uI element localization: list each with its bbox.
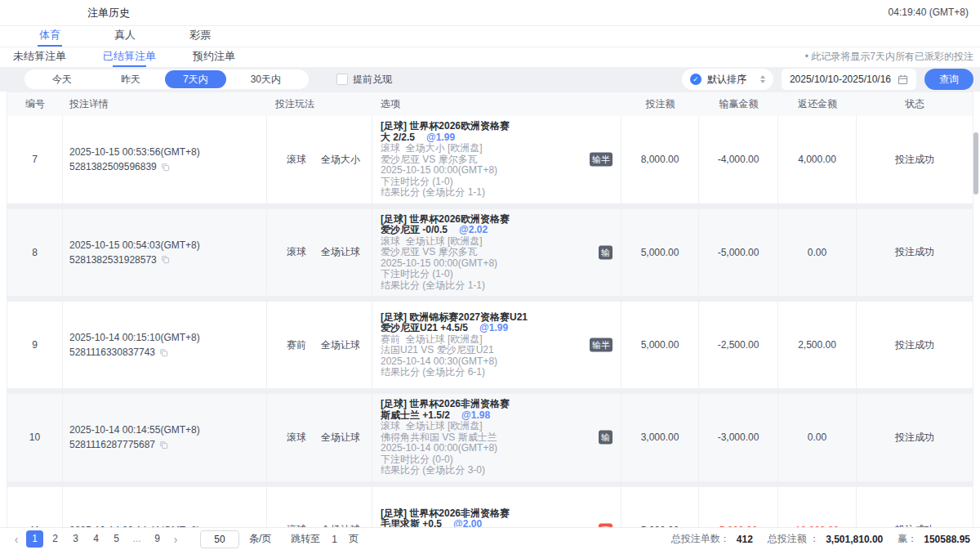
- pick-selection: 爱沙尼亚 -0/0.5: [381, 224, 448, 235]
- play-type: 滚球: [287, 153, 306, 167]
- date-range-value: 2025/10/10-2025/10/16: [790, 74, 891, 85]
- bet-order: 5281382509596839: [69, 159, 266, 174]
- option-details: 滚球 全场让球 [欧洲盘]爱沙尼亚 VS 摩尔多瓦2025-10-15 00:0…: [381, 236, 621, 292]
- play-name: 全场让球: [321, 338, 360, 352]
- col-header-play: 投注玩法: [267, 97, 372, 111]
- stake-amount: 5,000.00: [621, 209, 699, 297]
- next-page-button[interactable]: ›: [169, 533, 182, 546]
- play-type: 滚球: [287, 245, 306, 259]
- league-name: [足球] 欧洲锦标赛2027资格赛U21: [381, 312, 621, 324]
- tab-真人[interactable]: 真人: [114, 28, 136, 47]
- page-button-9[interactable]: 9: [149, 530, 166, 548]
- col-header-option: 选项: [372, 97, 621, 111]
- col-header-details: 投注详情: [63, 97, 267, 111]
- page-button-2[interactable]: 2: [47, 530, 64, 548]
- vertical-scrollbar[interactable]: [973, 132, 978, 195]
- returned-amount: 0.00: [778, 209, 857, 297]
- totals-summary: 总投注单数： 412 总投注额 ： 3,501,810.00 赢： 150588…: [671, 532, 970, 546]
- option-detail-line: 2025-10-15 00:00(GMT+8): [381, 165, 621, 177]
- sort-arrows-icon: [760, 75, 765, 83]
- page-button-3[interactable]: 3: [67, 530, 84, 548]
- option-detail-line: 结果比分 (全场比分 3-0): [381, 465, 621, 476]
- page-title: 注单历史: [87, 0, 130, 25]
- option-detail-line: 下注时比分 (1-0): [381, 269, 621, 280]
- stake-amount: 5,000.00: [621, 302, 699, 388]
- filter-bar: 今天昨天7天内30天内 提前兑现 ✓ 默认排序 2025/10/10-2025/…: [0, 67, 980, 92]
- result-badge: 赢: [599, 523, 612, 527]
- option-detail-line: 滚球 全场让球 [欧洲盘]: [381, 421, 621, 432]
- early-cashout[interactable]: 提前兑现: [336, 73, 392, 87]
- quick-filter-7天内[interactable]: 7天内: [165, 70, 226, 88]
- copy-icon[interactable]: [161, 255, 170, 264]
- option-detail-line: 结果比分 (全场比分 6-1): [381, 367, 621, 378]
- play-type: 赛前: [287, 338, 306, 352]
- search-button[interactable]: 查询: [924, 69, 973, 90]
- bet-order: 5281116287775687: [69, 437, 266, 452]
- option-detail-line: 下注时比分 (1-0): [381, 177, 621, 188]
- option-detail-line: 2025-10-14 00:00(GMT+8): [381, 443, 621, 454]
- early-cashout-checkbox[interactable]: [336, 74, 348, 85]
- status-cell: 投注成功: [857, 209, 973, 297]
- bet-history-page: 注单历史 04:19:40 (GMT+8) 体育真人彩票 未结算注单已结算注单预…: [0, 0, 980, 550]
- pick-selection: 毛里求斯 +0.5: [381, 518, 442, 527]
- page-button-5[interactable]: 5: [108, 530, 125, 548]
- bet-details-cell: 2025-10-15 00:53:56(GMT+8) 5281382509596…: [63, 116, 267, 203]
- league-name: [足球] 世界杯2026非洲资格赛: [381, 508, 621, 520]
- subtab-已结算注单[interactable]: 已结算注单: [103, 49, 156, 67]
- calendar-icon: [898, 74, 908, 85]
- subtab-预约注单[interactable]: 预约注单: [193, 49, 235, 67]
- result-badge: 输: [599, 245, 612, 259]
- stake-amount: 8,000.00: [621, 116, 699, 203]
- bet-order: 5281382531928573: [69, 253, 266, 267]
- returned-amount: 4,000.00: [778, 116, 857, 203]
- play-name: 全场大小: [321, 153, 360, 167]
- date-range-picker[interactable]: 2025/10/10-2025/10/16: [782, 69, 916, 90]
- quick-filter-30天内[interactable]: 30天内: [226, 71, 305, 87]
- subtab-未结算注单[interactable]: 未结算注单: [13, 49, 66, 67]
- tab-体育[interactable]: 体育: [39, 28, 60, 47]
- odds-value: @1.99: [426, 132, 455, 143]
- copy-icon[interactable]: [159, 440, 168, 449]
- prev-page-button[interactable]: ‹: [10, 533, 23, 546]
- copy-icon[interactable]: [159, 348, 168, 357]
- page-button-1[interactable]: 1: [26, 530, 43, 548]
- sort-select[interactable]: ✓ 默认排序: [682, 69, 773, 90]
- stake-amount: 3,000.00: [621, 394, 699, 481]
- option-detail-line: 结果比分 (全场比分 1-1): [381, 280, 621, 292]
- col-header-returned: 返还金额: [778, 97, 857, 111]
- odds-value: @2.00: [453, 518, 482, 527]
- page-list: 12345...9: [26, 530, 166, 548]
- pick-selection: 爱沙尼亚U21 +4.5/5: [381, 322, 468, 333]
- pick-selection: 斯威士兰 +1.5/2: [381, 409, 450, 421]
- result-badge: 输半: [590, 338, 612, 352]
- page-button-4[interactable]: 4: [87, 530, 105, 548]
- returned-amount: 10,000.00: [778, 487, 857, 528]
- bet-details-cell: 2025-10-15 00:54:03(GMT+8) 5281382531928…: [63, 209, 267, 297]
- status-cell: 投注成功: [857, 487, 973, 528]
- col-header-winloss: 输赢金额: [699, 97, 778, 111]
- quick-filter-今天[interactable]: 今天: [28, 71, 96, 87]
- winloss-amount: -2,500.00: [699, 302, 778, 388]
- winloss-amount: -5,000.00: [699, 209, 778, 297]
- order-id: 5281382509596839: [69, 159, 157, 174]
- league-name: [足球] 世界杯2026欧洲资格赛: [381, 214, 621, 226]
- row-number: 11: [7, 487, 63, 528]
- option-cell: [足球] 欧洲锦标赛2027资格赛U21 爱沙尼亚U21 +4.5/5@1.99…: [372, 302, 621, 388]
- jump-page-input[interactable]: 1: [332, 534, 337, 545]
- bet-time: 2025-10-14 00:14:55(GMT+8): [69, 423, 266, 437]
- league-name: [足球] 世界杯2026非洲资格赛: [381, 399, 621, 410]
- page-size-input[interactable]: 50: [200, 530, 239, 548]
- date-quick-filter: 今天昨天7天内30天内: [24, 69, 309, 89]
- jump-suffix: 页: [349, 532, 359, 546]
- tab-彩票[interactable]: 彩票: [189, 28, 211, 47]
- quick-filter-昨天[interactable]: 昨天: [96, 71, 165, 87]
- odds-value: @1.99: [479, 322, 508, 333]
- winloss-amount: -3,000.00: [699, 394, 778, 481]
- option-cell: [足球] 世界杯2026非洲资格赛 斯威士兰 +1.5/2@1.98 滚球 全场…: [372, 394, 621, 481]
- option-cell: [足球] 世界杯2026欧洲资格赛 大 2/2.5@1.99 滚球 全场大小 […: [372, 116, 621, 203]
- status-cell: 投注成功: [857, 116, 973, 203]
- copy-icon[interactable]: [161, 163, 170, 172]
- winloss-amount: 5,000.00: [699, 487, 778, 528]
- page-ellipsis: ...: [128, 530, 145, 548]
- bet-details-cell: 2025-10-14 00:14:41(GMT+8): [63, 487, 267, 528]
